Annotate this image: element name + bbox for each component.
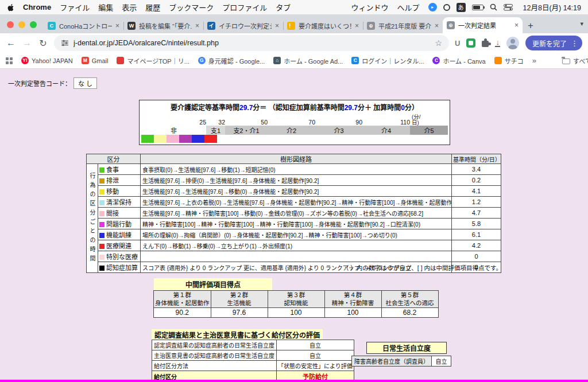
fullscreen-window-button[interactable]: [30, 21, 37, 28]
category-label: 問題行動: [106, 221, 131, 228]
browser-tab-h21-yokaigo[interactable]: ⊕ 平成21年度版 要介護... ×: [363, 18, 443, 33]
ring-status-icon[interactable]: [443, 4, 450, 11]
site-favicon: イ: [207, 22, 215, 30]
bookmark-item[interactable]: Y! Yahoo! JAPAN: [21, 57, 73, 64]
tab-search-button[interactable]: ▾: [580, 20, 583, 28]
warning-code-label: 一次判定警告コード：: [8, 79, 71, 88]
bookmarks-overflow-chevron[interactable]: »: [532, 56, 536, 65]
tree-path: [141, 251, 452, 262]
menu-item-history[interactable]: 履歴: [145, 2, 160, 13]
category-label: 食事: [106, 166, 119, 173]
browser-tab-result-active[interactable]: ⊕ 一次判定結果 ×: [443, 17, 523, 33]
tree-path: 生活機能[97.6]→上衣の着脱(0)→生活機能[97.6]→身体機能・起居動作…: [141, 197, 452, 208]
menu-item-help[interactable]: ヘルプ: [397, 2, 420, 13]
address-bar[interactable]: j-dental.or.jp/JEDA/oralcareC/nintei/res…: [54, 35, 449, 51]
category-color-strip: [141, 135, 448, 143]
update-chrome-button[interactable]: 更新を完了 ⋮: [525, 36, 582, 50]
menu-item-profiles[interactable]: プロファイル: [222, 2, 267, 13]
tree-path: 精神・行動障害[100]→精神・行動障害[100]→精神・行動障害[100]→身…: [141, 219, 452, 229]
independence-label: 障害高齢者自立度（調査員）: [352, 356, 432, 367]
search-icon[interactable]: [490, 3, 497, 11]
zoom-status-icon[interactable]: ▸: [428, 3, 437, 11]
tree-path: 生活機能[97.6]→排便(0)→生活機能[97.6]→身体機能・起居動作[90…: [141, 175, 452, 186]
base-time-title: 要介護認定等基準時間29.7分＝ （認知症加算前基準時間29.7分＋ 加算時間0…: [141, 102, 448, 112]
menu-item-window[interactable]: ウィンドウ: [351, 2, 389, 13]
table-row: 障害高齢者自立度（調査員） 自立: [352, 356, 451, 367]
download-icon[interactable]: ↓: [495, 39, 500, 47]
benefit-evaluation-table: 認定調査結果の認知症高齢者の日常生活自立度 自立 主治医意見書の認知症高齢者の日…: [152, 340, 354, 382]
category-label: 移動: [106, 188, 119, 195]
benefit-row-label: 給付区分方法: [152, 361, 277, 371]
tab-close-icon[interactable]: ×: [275, 22, 279, 30]
browser-tab-edit-post[interactable]: W 投稿を編集 “「要介... ×: [123, 18, 203, 33]
bookmark-label: 身元確認 - Google...: [208, 56, 265, 65]
back-button[interactable]: ←: [6, 38, 16, 48]
bookmark-item[interactable]: ⌂ ホーム - Google Ad...: [273, 56, 343, 65]
category-swatch: [99, 244, 105, 249]
category-swatch: [99, 233, 105, 238]
tabs-container: C ConoHaコントロー... × W 投稿を編集 “「要介... × イ イ…: [44, 14, 523, 33]
category-label: 特別な医療: [106, 254, 138, 260]
bookmark-item[interactable]: C ログイン｜レンタル...: [351, 56, 424, 65]
browser-tab-conoha[interactable]: C ConoHaコントロー... ×: [44, 18, 123, 33]
tab-close-icon[interactable]: ×: [355, 22, 359, 30]
bookmark-label: ホーム - Google Ad...: [284, 56, 343, 65]
bookmark-star-icon[interactable]: ☆: [435, 38, 443, 48]
all-bookmarks-label: すべてのブックマーク: [573, 56, 588, 65]
scale-numbers-row: 25 32 50 70 90 110 (分/日): [141, 114, 448, 126]
bookmark-item[interactable]: サチコ: [494, 56, 524, 65]
base-time-text: 要介護認定等基準時間: [171, 104, 239, 112]
menu-item-file[interactable]: ファイル: [60, 2, 90, 13]
strip-swatch: [192, 135, 204, 143]
menu-item-bookmarks[interactable]: ブックマーク: [169, 2, 214, 13]
bookmark-item[interactable]: M Gmail: [82, 57, 109, 64]
menu-item-edit[interactable]: 編集: [98, 2, 113, 13]
base-minutes: 1.2: [452, 197, 501, 208]
new-tab-button[interactable]: +: [528, 21, 533, 30]
scale-label: 介2: [268, 126, 315, 135]
browser-tab-strip: C ConoHaコントロー... × W 投稿を編集 “「要介... × イ イ…: [0, 14, 588, 33]
apple-icon[interactable]: [7, 3, 14, 11]
profile-avatar[interactable]: [506, 37, 519, 49]
bookmark-label: ホーム - Canva: [443, 56, 485, 65]
menu-item-chrome[interactable]: Chrome: [23, 3, 51, 11]
extensions-puzzle-icon[interactable]: [482, 41, 489, 47]
group-header: 第４群精神・行動障害: [324, 291, 381, 308]
extension-u-icon[interactable]: U: [455, 39, 460, 48]
site-favicon: W: [127, 22, 136, 30]
forward-button[interactable]: →: [22, 38, 32, 48]
tab-close-icon[interactable]: ×: [115, 22, 119, 30]
intermediate-header-row: 第１群身体機能・起居動作 第２群生活機能 第３群認知機能 第４群精神・行動障害 …: [154, 291, 439, 308]
input-source-badge[interactable]: あ: [457, 3, 466, 12]
close-window-button[interactable]: [7, 21, 14, 28]
tab-close-icon[interactable]: ×: [195, 22, 199, 30]
tab-close-icon[interactable]: ×: [514, 21, 519, 29]
bookmarks-bar: Y! Yahoo! JAPAN M Gmail マイページTOP｜リ... G …: [0, 53, 588, 69]
tree-path: 生活機能[97.6]→精神・行動障害[100]→移動(0)→金銭の管理(0)→ズ…: [141, 208, 452, 219]
browser-tab-ichiro[interactable]: イ イチロウ一次判定シ... ×: [203, 18, 283, 33]
bookmark-item[interactable]: C ホーム - Canva: [432, 56, 485, 65]
base-minutes: 3.4: [452, 164, 501, 175]
reload-button[interactable]: ↻: [38, 38, 48, 49]
table-footnote: （ ）内の数字は 0 が自立、[ ] 内は中間評価項目得点です。: [86, 263, 502, 272]
tab-title: 投稿を編集 “「要介...: [139, 21, 192, 30]
control-center-icon[interactable]: [504, 4, 513, 11]
all-bookmarks-button[interactable]: すべてのブックマーク: [562, 56, 588, 65]
site-settings-icon[interactable]: [61, 39, 69, 47]
extension-green-icon[interactable]: [466, 38, 475, 48]
menu-item-view[interactable]: 表示: [122, 2, 137, 13]
minimize-window-button[interactable]: [18, 21, 25, 28]
bookmark-item[interactable]: マイページTOP｜リ...: [117, 56, 189, 65]
browser-tab-kaigo-level[interactable]: ！ 要介護度はいくつ！... ×: [283, 18, 363, 33]
scale-label: 介5: [410, 126, 448, 135]
bookmark-item[interactable]: G 身元確認 - Google...: [198, 56, 265, 65]
scale-labels-row: 非 支1 支2・介1 介2 介3 介4 介5: [141, 126, 448, 135]
apps-grid-icon[interactable]: [6, 57, 13, 64]
table-row: 主治医意見書の認知症高齢者の日常生活自立度 自立: [152, 350, 354, 361]
menu-item-tab[interactable]: タブ: [276, 2, 291, 13]
menu-clock[interactable]: 12月8日(月) 14:19: [523, 2, 581, 13]
tab-close-icon[interactable]: ×: [435, 22, 439, 30]
globe-favicon: ⊕: [367, 22, 375, 30]
table-row: 排泄 生活機能[97.6]→排便(0)→生活機能[97.6]→身体機能・起居動作…: [87, 175, 501, 186]
table-row: 行為の区分ごとの時間 食事 食事摂取(0)→生活機能[97.6]→移動(1)→短…: [87, 164, 501, 175]
